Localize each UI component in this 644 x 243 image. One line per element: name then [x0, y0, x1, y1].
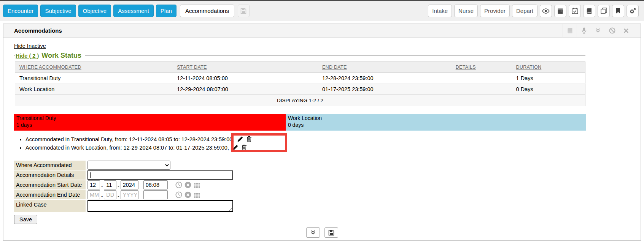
delete-trash-icon[interactable] — [246, 136, 252, 144]
cell-end-date: 01-17-2025 23:59:00 — [318, 84, 452, 95]
start-time-input[interactable] — [143, 180, 168, 189]
work-status-table: WHERE ACCOMMODATED START DATE END DATE D… — [15, 62, 585, 106]
column-header-start-date[interactable]: START DATE — [173, 62, 318, 73]
expand-more-button[interactable] — [306, 227, 320, 238]
calendar-icon[interactable] — [194, 182, 200, 188]
where-accommodated-select[interactable] — [87, 161, 170, 170]
nav-button-subjective[interactable]: Subjective — [40, 5, 76, 17]
end-month-input[interactable] — [87, 190, 100, 199]
delete-trash-icon[interactable] — [242, 144, 247, 153]
microphone-icon — [582, 27, 587, 34]
date-separator: - — [101, 193, 103, 199]
timeline-segment-duration: 1 days — [16, 122, 283, 128]
archive-box-icon — [557, 8, 563, 14]
end-time-input[interactable] — [143, 190, 168, 199]
calendar-icon[interactable] — [194, 192, 200, 198]
hide-inactive-link[interactable]: Hide Inactive — [14, 43, 46, 49]
save-floppy-icon — [328, 230, 334, 236]
journal-button[interactable] — [583, 5, 595, 17]
panel-header: Accommodations — [3, 24, 641, 38]
panel-close-button[interactable] — [619, 24, 633, 38]
edit-pencil-icon[interactable] — [237, 136, 243, 144]
double-chevron-down-icon — [595, 28, 601, 33]
text-cursor — [90, 172, 91, 178]
start-year-input[interactable] — [121, 180, 138, 189]
eye-button[interactable] — [540, 5, 552, 17]
copy-button[interactable] — [598, 5, 610, 17]
start-day-input[interactable] — [104, 180, 116, 189]
book-icon — [567, 28, 573, 33]
calendar-check-button[interactable] — [569, 5, 581, 17]
provider-button[interactable]: Provider — [480, 5, 510, 17]
work-status-timeline: Transitional Duty 1 days Work Location 0… — [14, 114, 586, 131]
linked-case-input[interactable] — [87, 200, 233, 212]
double-chevron-down-icon — [310, 230, 316, 235]
accommodation-details-label: Accommodation Details — [14, 170, 86, 180]
intake-button[interactable]: Intake — [428, 5, 452, 17]
clear-x-circle-icon[interactable] — [184, 181, 191, 188]
nav-button-plan[interactable]: Plan — [156, 5, 177, 17]
cell-where-accommodated: Transitional Duty — [15, 73, 173, 84]
hide-count-link[interactable]: Hide ( 2 ) — [16, 53, 39, 59]
nav-button-objective[interactable]: Objective — [78, 5, 111, 17]
panel-bottom-actions — [14, 227, 630, 238]
date-separator: - — [101, 183, 103, 189]
save-floppy-icon — [240, 8, 246, 14]
nav-button-assessment[interactable]: Assessment — [113, 5, 154, 17]
toolbar-right-group: Intake Nurse Provider Depart — [428, 5, 639, 17]
no-entry-icon — [609, 27, 615, 34]
table-row: Work Location 12-29-2024 08:07:00 01-17-… — [15, 84, 585, 95]
cell-details — [452, 84, 512, 95]
settings-button[interactable] — [627, 5, 639, 17]
table-row: Transitional Duty 12-11-2024 08:05:00 12… — [15, 73, 585, 84]
start-month-input[interactable] — [87, 180, 100, 189]
tab-save-button[interactable] — [238, 5, 250, 17]
column-header-end-date[interactable]: END DATE — [318, 62, 452, 73]
date-separator: - — [118, 183, 119, 189]
cell-end-date: 12-28-2024 23:59:00 — [318, 73, 452, 84]
cell-details — [452, 73, 512, 84]
section-title: Work Status — [41, 52, 81, 60]
tab-accommodations[interactable]: Accommodations — [180, 5, 234, 17]
panel-dictate-button[interactable] — [577, 24, 591, 38]
cell-duration: 0 Days — [512, 84, 585, 95]
top-toolbar: Encounter Subjective Objective Assessmen… — [0, 1, 644, 21]
work-status-section: Hide ( 2 ) Work Status WHERE ACCOMMODATE… — [14, 52, 585, 106]
nav-button-group: Encounter Subjective Objective Assessmen… — [3, 5, 250, 17]
end-year-input[interactable] — [121, 190, 138, 199]
work-status-legend: Hide ( 2 ) Work Status — [15, 52, 85, 60]
panel-collapse-button[interactable] — [591, 24, 605, 38]
edit-pencil-icon[interactable] — [232, 145, 238, 153]
list-item: Accommodated in Transitional Duty, from:… — [25, 136, 630, 144]
book-icon — [586, 8, 592, 14]
timeline-segment-label: Transitional Duty — [16, 115, 283, 122]
archive-button[interactable] — [554, 5, 566, 17]
cell-start-date: 12-29-2024 08:07:00 — [173, 84, 318, 95]
save-all-button[interactable] — [324, 227, 338, 238]
depart-button[interactable]: Depart — [512, 5, 537, 17]
timeline-segment-transitional-duty: Transitional Duty 1 days — [14, 114, 286, 131]
panel-content: Hide Inactive Hide ( 2 ) Work Status WHE… — [3, 38, 641, 238]
bookmark-icon — [616, 8, 620, 14]
copy-pages-icon — [601, 8, 607, 14]
nurse-button[interactable]: Nurse — [454, 5, 478, 17]
cell-start-date: 12-11-2024 08:05:00 — [173, 73, 318, 84]
where-accommodated-label: Where Accommodated — [14, 161, 86, 170]
timeline-segment-label: Work Location — [288, 115, 584, 122]
accommodation-form: Where Accommodated Accommodation Details… — [14, 161, 630, 224]
bookmark-button[interactable] — [612, 5, 624, 17]
end-day-input[interactable] — [104, 190, 116, 199]
panel-journal-button[interactable] — [563, 24, 577, 38]
accommodation-details-input[interactable] — [87, 170, 233, 180]
clock-icon[interactable] — [175, 181, 182, 188]
table-pagination-row: DISPLAYING 1-2 / 2 — [15, 95, 585, 106]
column-header-duration[interactable]: DURATION — [512, 62, 585, 73]
clock-icon[interactable] — [175, 191, 182, 198]
column-header-where-accommodated[interactable]: WHERE ACCOMMODATED — [15, 62, 173, 73]
clear-x-circle-icon[interactable] — [184, 191, 191, 198]
column-header-details[interactable]: DETAILS — [452, 62, 512, 73]
panel-header-actions — [563, 24, 641, 38]
save-button[interactable]: Save — [14, 215, 37, 224]
panel-cancel-button[interactable] — [605, 24, 619, 38]
nav-button-encounter[interactable]: Encounter — [3, 5, 38, 17]
